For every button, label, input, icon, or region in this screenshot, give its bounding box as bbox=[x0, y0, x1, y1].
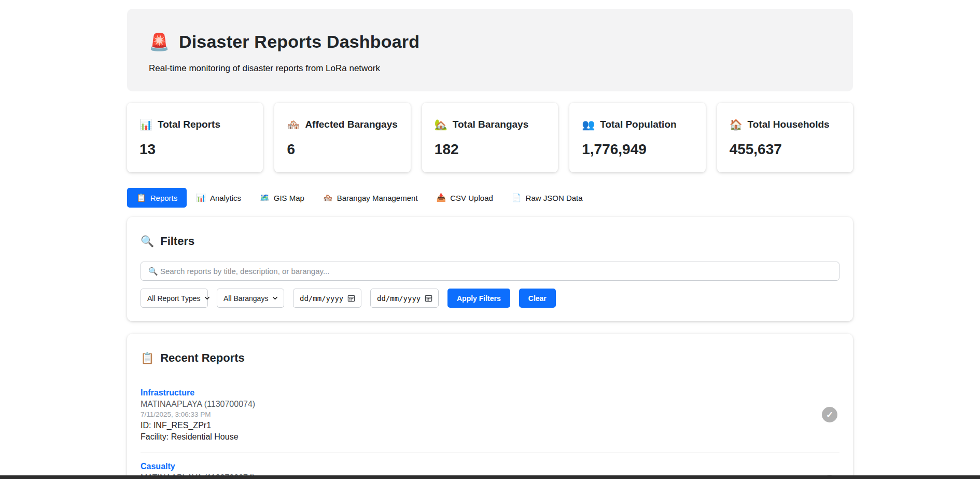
people-icon: 👥 bbox=[582, 118, 595, 131]
tab-barangay-management[interactable]: 🏘️ Barangay Management bbox=[314, 188, 427, 208]
upload-tray-icon: 📥 bbox=[437, 193, 446, 202]
tab-label: Analytics bbox=[210, 194, 241, 202]
recent-reports-panel: 📋 Recent Reports Infrastructure MATINAAP… bbox=[127, 334, 853, 479]
search-input[interactable] bbox=[141, 262, 839, 281]
report-details: Infrastructure MATINAAPLAYA (1130700074)… bbox=[141, 388, 255, 442]
search-icon: 🔍 bbox=[141, 235, 154, 248]
stat-card-total-reports: 📊 Total Reports 13 bbox=[127, 103, 263, 172]
tab-label: Barangay Management bbox=[337, 194, 418, 202]
tab-reports[interactable]: 📋 Reports bbox=[127, 188, 187, 208]
document-icon: 📄 bbox=[512, 193, 522, 202]
stat-label: Total Reports bbox=[158, 119, 220, 130]
house-garden-icon: 🏡 bbox=[435, 118, 447, 131]
report-timestamp: 7/11/2025, 3:06:33 PM bbox=[141, 410, 255, 419]
filters-panel: 🔍 Filters All Report Types All Barangays… bbox=[127, 217, 853, 321]
stat-label: Total Households bbox=[748, 119, 830, 130]
clipboard-icon: 📋 bbox=[141, 352, 154, 364]
chevron-down-icon bbox=[272, 295, 278, 301]
date-from-value: dd/mm/yyyy bbox=[300, 294, 343, 303]
tab-analytics[interactable]: 📊 Analytics bbox=[187, 188, 250, 208]
calendar-icon bbox=[425, 294, 432, 302]
bar-chart-icon: 📊 bbox=[196, 193, 206, 202]
report-title-link[interactable]: Infrastructure bbox=[141, 388, 255, 398]
apply-filters-button[interactable]: Apply Filters bbox=[447, 289, 510, 308]
stat-value: 182 bbox=[435, 141, 545, 158]
report-list: Infrastructure MATINAAPLAYA (1130700074)… bbox=[141, 379, 839, 479]
recent-reports-heading: Recent Reports bbox=[160, 351, 245, 365]
houses-icon: 🏘️ bbox=[287, 118, 300, 131]
page-title: Disaster Reports Dashboard bbox=[179, 32, 419, 52]
stat-card-total-barangays: 🏡 Total Barangays 182 bbox=[422, 103, 558, 172]
clear-filters-button[interactable]: Clear bbox=[519, 289, 556, 308]
page-container: 🚨 Disaster Reports Dashboard Real-time m… bbox=[127, 9, 853, 479]
bottom-edge-bar bbox=[0, 475, 980, 479]
siren-icon: 🚨 bbox=[149, 34, 170, 50]
stat-value: 6 bbox=[287, 141, 398, 158]
tab-label: Reports bbox=[150, 194, 178, 202]
tab-label: CSV Upload bbox=[450, 194, 493, 202]
report-facility: Facility: Residential House bbox=[141, 432, 255, 442]
date-from-input[interactable]: dd/mm/yyyy bbox=[293, 289, 361, 308]
clipboard-icon: 📋 bbox=[136, 193, 146, 202]
page-subtitle: Real-time monitoring of disaster reports… bbox=[149, 63, 831, 74]
stat-value: 13 bbox=[139, 141, 250, 158]
report-id: ID: INF_RES_ZPr1 bbox=[141, 420, 255, 431]
report-barangay: MATINAAPLAYA (1130700074) bbox=[141, 399, 255, 409]
stat-label: Total Barangays bbox=[453, 119, 528, 130]
date-to-value: dd/mm/yyyy bbox=[377, 294, 421, 303]
barangay-select-value: All Barangays bbox=[223, 294, 268, 303]
tab-label: GIS Map bbox=[274, 194, 304, 202]
tab-gis-map[interactable]: 🗺️ GIS Map bbox=[250, 188, 314, 208]
report-type-select[interactable]: All Report Types bbox=[141, 289, 208, 308]
filters-heading: Filters bbox=[160, 235, 194, 248]
stat-label: Total Population bbox=[600, 119, 676, 130]
stats-row: 📊 Total Reports 13 🏘️ Affected Barangays… bbox=[127, 103, 853, 172]
chevron-down-icon bbox=[204, 295, 210, 301]
report-verified-check-icon[interactable]: ✓ bbox=[822, 407, 837, 422]
barangay-select[interactable]: All Barangays bbox=[217, 289, 284, 308]
houses-icon: 🏘️ bbox=[323, 193, 333, 202]
map-icon: 🗺️ bbox=[260, 193, 270, 202]
stat-card-total-households: 🏠 Total Households 455,637 bbox=[717, 103, 853, 172]
tab-raw-json-data[interactable]: 📄 Raw JSON Data bbox=[502, 188, 592, 208]
date-to-input[interactable]: dd/mm/yyyy bbox=[370, 289, 439, 308]
stat-value: 1,776,949 bbox=[582, 141, 693, 158]
calendar-icon bbox=[347, 294, 355, 302]
report-type-select-value: All Report Types bbox=[147, 294, 200, 303]
report-title-link[interactable]: Casualty bbox=[141, 461, 255, 472]
stat-label: Affected Barangays bbox=[305, 119, 397, 130]
stat-card-affected-barangays: 🏘️ Affected Barangays 6 bbox=[274, 103, 410, 172]
stat-value: 455,637 bbox=[730, 141, 841, 158]
tab-label: Raw JSON Data bbox=[526, 194, 583, 202]
stat-card-total-population: 👥 Total Population 1,776,949 bbox=[569, 103, 705, 172]
tab-csv-upload[interactable]: 📥 CSV Upload bbox=[427, 188, 502, 208]
house-icon: 🏠 bbox=[730, 118, 743, 131]
report-row-infrastructure: Infrastructure MATINAAPLAYA (1130700074)… bbox=[141, 379, 839, 453]
main-tabs: 📋 Reports 📊 Analytics 🗺️ GIS Map 🏘️ Bara… bbox=[127, 188, 853, 208]
dashboard-header: 🚨 Disaster Reports Dashboard Real-time m… bbox=[127, 9, 853, 91]
bar-chart-icon: 📊 bbox=[139, 118, 152, 131]
